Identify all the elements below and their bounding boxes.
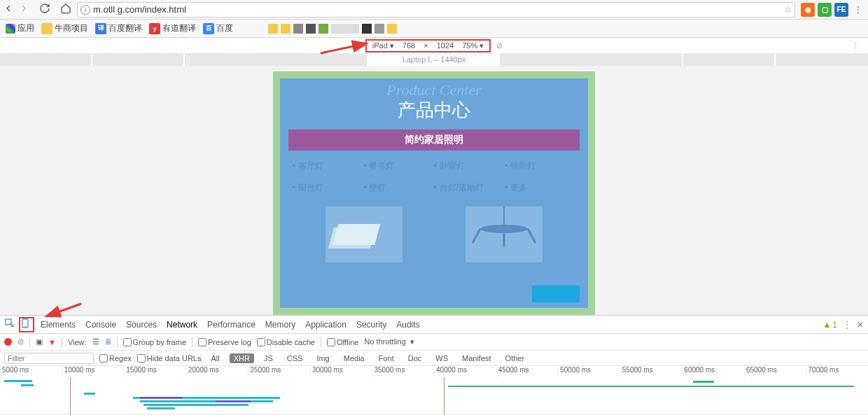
tab-console[interactable]: Console: [85, 320, 116, 330]
network-filter-bar: Regex Hide data URLs All XHR JS CSS Img …: [0, 351, 868, 366]
folder-icon[interactable]: [268, 24, 278, 34]
filter-type-manifest[interactable]: Manifest: [458, 353, 496, 363]
site-icon[interactable]: [293, 24, 303, 34]
record-button[interactable]: [4, 338, 12, 346]
page-content[interactable]: Product Center 产品中心 简约家居照明 客厅灯 餐吊灯 卧室灯 镜…: [280, 78, 588, 308]
svg-rect-1: [332, 224, 380, 245]
site-icon: 译: [95, 23, 106, 34]
site-icon[interactable]: [374, 24, 384, 34]
throttling-select[interactable]: No throttling ▾: [364, 337, 414, 346]
category-banner: 简约家居照明: [288, 129, 580, 150]
category-link[interactable]: 阳台灯: [293, 182, 363, 194]
apps-button[interactable]: 应用: [6, 22, 34, 34]
category-link[interactable]: 客厅灯: [293, 160, 363, 172]
category-link[interactable]: 卧室灯: [434, 160, 505, 172]
rotate-icon[interactable]: ⊘: [496, 41, 503, 50]
home-button[interactable]: [60, 3, 71, 16]
category-link[interactable]: 壁灯: [363, 182, 434, 194]
filter-type-media[interactable]: Media: [340, 353, 369, 363]
warnings-badge[interactable]: ▲1: [822, 320, 837, 330]
height-input[interactable]: 1024: [437, 41, 454, 50]
site-icon[interactable]: [306, 24, 316, 34]
tab-memory[interactable]: Memory: [265, 320, 295, 330]
network-toolbar: ⊘ ▣ ▼ View: ☰ ≣ Group by frame Preserve …: [0, 334, 868, 351]
devtools-close-icon[interactable]: ✕: [857, 320, 864, 330]
category-link[interactable]: 更多: [505, 182, 575, 194]
filter-input[interactable]: [4, 353, 94, 364]
folder-icon[interactable]: [387, 24, 397, 34]
bookmark-item[interactable]: 译百度翻译: [95, 22, 142, 34]
extension-icon[interactable]: ◉: [801, 3, 815, 17]
device-frame: Product Center 产品中心 简约家居照明 客厅灯 餐吊灯 卧室灯 镜…: [273, 71, 595, 315]
zoom-select[interactable]: 75% ▾: [462, 41, 484, 50]
device-select[interactable]: iPad ▾: [372, 41, 394, 50]
section-title-en: Product Center: [280, 81, 588, 99]
bookmark-item[interactable]: 牛商项目: [41, 22, 88, 34]
site-info-icon[interactable]: i: [80, 5, 90, 15]
offline-checkbox[interactable]: Offline: [327, 338, 359, 346]
preserve-log-checkbox[interactable]: Preserve log: [198, 338, 251, 346]
filter-type-js[interactable]: JS: [260, 353, 277, 363]
devtools-menu-icon[interactable]: ⋮: [843, 320, 851, 330]
bookmark-item[interactable]: 百百度: [203, 22, 233, 34]
site-icon[interactable]: [331, 24, 359, 34]
view-large-icon[interactable]: ☰: [92, 337, 99, 346]
width-input[interactable]: 768: [402, 41, 415, 50]
menu-icon[interactable]: ⋮: [851, 5, 865, 15]
section-title-cn: 产品中心: [280, 98, 588, 122]
device-menu-icon[interactable]: ⋮: [852, 41, 860, 50]
filter-toggle-icon[interactable]: ▼: [48, 338, 56, 346]
ruler-label: Laptop L – 1440px: [402, 55, 466, 64]
disable-cache-checkbox[interactable]: Disable cache: [257, 338, 315, 346]
dimension-separator: ×: [424, 41, 428, 50]
extension-icon[interactable]: ▢: [818, 3, 832, 17]
category-link[interactable]: 餐吊灯: [363, 160, 434, 172]
filter-type-doc[interactable]: Doc: [404, 353, 426, 363]
tab-elements[interactable]: Elements: [41, 320, 76, 330]
filter-type-img[interactable]: Img: [312, 353, 333, 363]
site-icon[interactable]: [362, 24, 372, 34]
star-icon[interactable]: ☆: [784, 5, 792, 15]
filter-type-ws[interactable]: WS: [431, 353, 452, 363]
filter-type-xhr[interactable]: XHR: [230, 353, 254, 363]
page-viewport: Product Center 产品中心 简约家居照明 客厅灯 餐吊灯 卧室灯 镜…: [0, 66, 868, 315]
folder-icon[interactable]: [281, 24, 290, 34]
filter-type-other[interactable]: Other: [501, 353, 529, 363]
devtools-tabs: Elements Console Sources Network Perform…: [0, 316, 868, 334]
category-link[interactable]: 台灯/落地灯: [434, 182, 505, 194]
device-toolbar: iPad ▾ 768 × 1024 75% ▾ ⊘ ⋮: [0, 38, 868, 53]
bookmark-item[interactable]: y有道翻译: [149, 22, 196, 34]
inspect-icon[interactable]: [4, 318, 15, 331]
reload-button[interactable]: [39, 3, 50, 16]
responsive-ruler: Laptop L – 1440px: [0, 53, 868, 66]
view-waterfall-icon[interactable]: ≣: [105, 337, 111, 346]
forward-button[interactable]: [18, 3, 29, 16]
address-bar[interactable]: i m.otll g.com/index.html ☆: [77, 2, 795, 17]
site-icon: y: [149, 23, 160, 34]
clear-button[interactable]: ⊘: [18, 337, 24, 346]
network-timeline[interactable]: 5000 ms 10000 ms 15000 ms 20000 ms 25000…: [0, 366, 868, 415]
hide-data-urls-checkbox[interactable]: Hide data URLs: [137, 354, 202, 363]
device-controls-highlight: iPad ▾ 768 × 1024 75% ▾: [365, 39, 491, 52]
filter-type-css[interactable]: CSS: [283, 353, 307, 363]
tab-performance[interactable]: Performance: [207, 320, 255, 330]
group-by-frame-checkbox[interactable]: Group by frame: [123, 338, 186, 346]
tab-application[interactable]: Application: [305, 320, 346, 330]
filter-type-all[interactable]: All: [206, 353, 223, 363]
toggle-device-icon[interactable]: [20, 318, 31, 331]
product-image[interactable]: [326, 206, 402, 262]
back-button[interactable]: [3, 3, 14, 16]
tab-sources[interactable]: Sources: [126, 320, 157, 330]
apps-icon: [6, 24, 15, 34]
tab-audits[interactable]: Audits: [396, 320, 419, 330]
site-icon[interactable]: [318, 24, 328, 34]
product-image[interactable]: [465, 206, 542, 262]
extension-icon[interactable]: FE: [834, 3, 848, 17]
capture-screenshot-icon[interactable]: ▣: [36, 337, 43, 346]
floating-widget[interactable]: [532, 286, 580, 302]
category-link[interactable]: 镜前灯: [505, 160, 575, 172]
regex-checkbox[interactable]: Regex: [99, 354, 132, 363]
tab-network[interactable]: Network: [167, 320, 197, 330]
filter-type-font[interactable]: Font: [374, 353, 398, 363]
tab-security[interactable]: Security: [356, 320, 386, 330]
